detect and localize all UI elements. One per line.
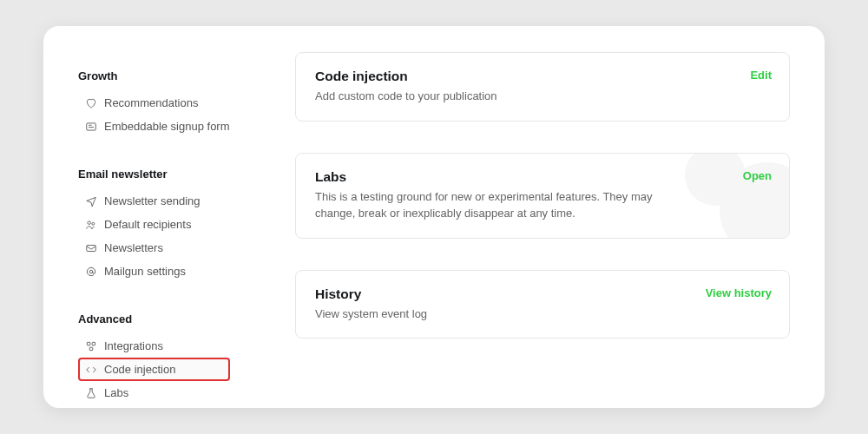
card-description: This is a testing ground for new or expe… (315, 188, 680, 222)
form-icon (85, 121, 97, 133)
puzzle-icon (85, 340, 97, 352)
sidebar-item-integrations[interactable]: Integrations (78, 334, 269, 358)
sidebar-item-newsletter-sending[interactable]: Newsletter sending (78, 189, 269, 213)
svg-rect-7 (89, 347, 93, 351)
card-code-injection: Code injection Add custom code to your p… (295, 52, 790, 122)
at-icon (85, 266, 97, 278)
settings-main: Code injection Add custom code to your p… (269, 52, 790, 408)
sidebar-heading-email: Email newsletter (78, 168, 269, 181)
sidebar-heading-advanced: Advanced (78, 312, 269, 326)
sidebar-item-recommendations[interactable]: Recommendations (78, 91, 269, 115)
flask-icon (85, 387, 97, 399)
sidebar-item-label: Default recipients (104, 218, 191, 231)
heart-icon (85, 97, 97, 109)
sidebar-item-label: Code injection (104, 363, 175, 376)
sidebar-item-default-recipients[interactable]: Default recipients (78, 213, 269, 236)
card-description: View system event log (315, 306, 680, 323)
sidebar-item-label: Embeddable signup form (104, 120, 230, 133)
card-title: History (315, 286, 770, 302)
edit-button[interactable]: Edit (750, 69, 772, 82)
card-history: History View system event log View histo… (295, 270, 790, 339)
sidebar-item-mailgun-settings[interactable]: Mailgun settings (78, 260, 269, 283)
settings-sidebar: Growth Recommendations Embeddable signup… (78, 52, 269, 408)
users-icon (85, 219, 97, 231)
card-title: Labs (315, 169, 770, 185)
svg-point-4 (89, 270, 93, 273)
card-title: Code injection (315, 69, 770, 84)
code-icon (85, 364, 97, 376)
sidebar-item-embeddable-signup[interactable]: Embeddable signup form (78, 115, 269, 138)
sidebar-item-label: Newsletters (104, 241, 163, 254)
sidebar-item-newsletters[interactable]: Newsletters (78, 236, 269, 260)
sidebar-item-history[interactable]: History (78, 404, 269, 408)
svg-rect-0 (87, 122, 96, 129)
card-labs: Labs This is a testing ground for new or… (295, 153, 790, 239)
send-icon (85, 195, 97, 207)
mail-icon (85, 242, 97, 254)
sidebar-item-label: Integrations (104, 339, 163, 352)
svg-point-2 (92, 222, 95, 225)
card-description: Add custom code to your publication (315, 88, 680, 105)
sidebar-item-labs[interactable]: Labs (78, 381, 269, 404)
svg-rect-5 (87, 342, 90, 345)
svg-point-1 (88, 220, 91, 223)
settings-window: Growth Recommendations Embeddable signup… (43, 26, 825, 408)
svg-rect-3 (87, 245, 96, 251)
sidebar-heading-growth: Growth (78, 69, 269, 82)
svg-rect-6 (92, 342, 95, 345)
sidebar-item-code-injection[interactable]: Code injection (78, 358, 230, 381)
sidebar-item-label: Recommendations (104, 96, 198, 109)
sidebar-item-label: Mailgun settings (104, 265, 186, 278)
view-history-button[interactable]: View history (706, 286, 772, 299)
sidebar-item-label: Newsletter sending (104, 194, 201, 207)
open-button[interactable]: Open (743, 169, 772, 182)
sidebar-item-label: Labs (104, 386, 128, 399)
